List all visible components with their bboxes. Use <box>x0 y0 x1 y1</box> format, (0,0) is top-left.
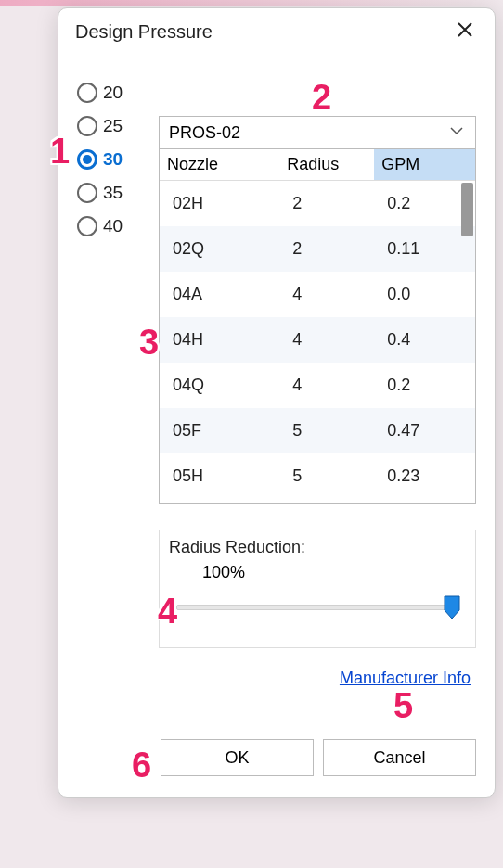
radio-icon <box>77 183 97 203</box>
product-dropdown[interactable]: PROS-02 <box>159 116 476 149</box>
cell-nozzle: 05F <box>160 408 279 453</box>
radio-icon <box>77 216 97 236</box>
cell-radius: 5 <box>279 408 374 453</box>
close-icon <box>456 20 474 43</box>
slider-track <box>176 605 458 610</box>
table-row[interactable]: 02H20.2 <box>160 181 475 227</box>
pressure-radio-20[interactable]: 20 <box>77 83 142 103</box>
ok-button[interactable]: OK <box>161 739 314 776</box>
cell-nozzle: 02Q <box>160 226 279 272</box>
radio-icon <box>77 116 97 136</box>
radio-label: 35 <box>103 183 123 203</box>
radius-reduction-value: 100% <box>169 563 466 582</box>
cell-gpm: 0.47 <box>374 408 475 453</box>
dialog-button-row: OK Cancel <box>58 739 495 793</box>
dialog-title: Design Pressure <box>75 21 213 43</box>
manufacturer-info-link[interactable]: Manufacturer Info <box>340 669 471 687</box>
right-column: PROS-02 Nozzle Radius GPM 02H20.202Q20.1… <box>159 79 476 739</box>
col-radius[interactable]: Radius <box>279 149 374 181</box>
radius-reduction-panel: Radius Reduction: 100% <box>159 530 476 648</box>
cell-gpm: 0.11 <box>374 226 475 272</box>
cell-gpm: 0.23 <box>374 453 475 499</box>
link-row: Manufacturer Info <box>159 669 476 688</box>
table-row[interactable]: 04H40.4 <box>160 317 475 363</box>
pressure-radio-40[interactable]: 40 <box>77 216 142 236</box>
dialog-content: 20 25 30 35 40 PROS-02 <box>58 51 495 739</box>
table-row[interactable]: 04Q40.2 <box>160 363 475 408</box>
radius-reduction-slider[interactable] <box>169 597 466 623</box>
radio-icon <box>77 149 97 170</box>
nozzle-table-container: Nozzle Radius GPM 02H20.202Q20.1104A40.0… <box>159 149 476 504</box>
radio-label: 25 <box>103 116 123 136</box>
cell-nozzle: 02H <box>160 181 279 227</box>
col-nozzle[interactable]: Nozzle <box>160 149 279 181</box>
cell-nozzle: 04A <box>160 272 279 317</box>
radius-reduction-label: Radius Reduction: <box>169 538 466 557</box>
cell-gpm: 0.0 <box>374 272 475 317</box>
cell-radius: 5 <box>279 453 374 499</box>
design-pressure-dialog: Design Pressure 20 25 30 35 <box>58 7 496 798</box>
scrollbar-thumb[interactable] <box>461 183 473 236</box>
cell-radius: 4 <box>279 272 374 317</box>
cell-nozzle: 04H <box>160 317 279 363</box>
cell-radius: 4 <box>279 317 374 363</box>
nozzle-table: Nozzle Radius GPM 02H20.202Q20.1104A40.0… <box>160 149 475 499</box>
slider-thumb-icon[interactable] <box>444 595 460 619</box>
cell-gpm: 0.4 <box>374 317 475 363</box>
dropdown-value: PROS-02 <box>169 123 240 143</box>
cell-nozzle: 05H <box>160 453 279 499</box>
pressure-radio-25[interactable]: 25 <box>77 116 142 136</box>
cell-gpm: 0.2 <box>374 363 475 408</box>
cell-radius: 2 <box>279 181 374 227</box>
col-gpm[interactable]: GPM <box>374 149 475 181</box>
radio-label: 40 <box>103 216 123 236</box>
cancel-button[interactable]: Cancel <box>323 739 476 776</box>
table-row[interactable]: 05F50.47 <box>160 408 475 453</box>
chevron-down-icon <box>449 123 464 143</box>
radio-icon <box>77 83 97 103</box>
cell-radius: 2 <box>279 226 374 272</box>
radio-label: 20 <box>103 83 123 103</box>
pressure-radio-group: 20 25 30 35 40 <box>77 79 142 739</box>
table-row[interactable]: 04A40.0 <box>160 272 475 317</box>
close-button[interactable] <box>452 19 478 45</box>
radio-label: 30 <box>103 149 123 170</box>
pressure-radio-35[interactable]: 35 <box>77 183 142 203</box>
titlebar: Design Pressure <box>58 8 495 51</box>
table-row[interactable]: 02Q20.11 <box>160 226 475 272</box>
table-row[interactable]: 05H50.23 <box>160 453 475 499</box>
cell-nozzle: 04Q <box>160 363 279 408</box>
cell-radius: 4 <box>279 363 374 408</box>
pressure-radio-30[interactable]: 30 <box>77 149 142 170</box>
cell-gpm: 0.2 <box>374 181 475 227</box>
